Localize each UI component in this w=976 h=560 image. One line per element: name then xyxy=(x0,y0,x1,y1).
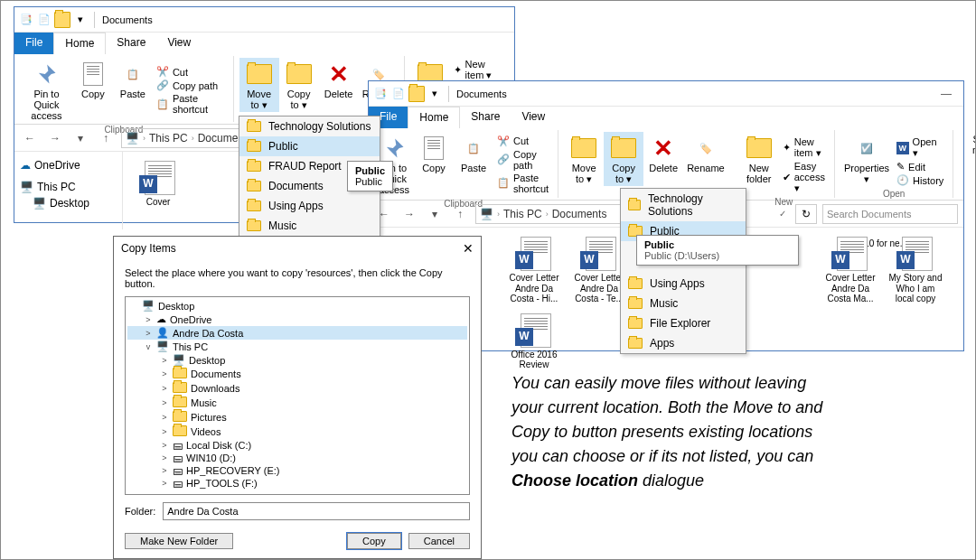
window-title: Documents xyxy=(456,89,507,99)
tree-node[interactable]: >🖴WIN10 (D:) xyxy=(127,452,467,464)
search-input[interactable]: Search Documents xyxy=(822,204,958,224)
overflow-icon[interactable]: ▾ xyxy=(427,86,443,102)
paste-button[interactable]: 📋Paste xyxy=(454,132,493,197)
tree-node[interactable]: >🖴Local Disk (C:) xyxy=(127,439,467,452)
delete-button[interactable]: ✕Delete xyxy=(643,132,683,186)
move-tooltip: Public Public xyxy=(347,161,393,191)
cut-button[interactable]: ✂️Cut xyxy=(153,65,228,79)
tree-node[interactable]: >Pictures xyxy=(127,410,467,425)
tree-node[interactable]: >Music xyxy=(127,396,467,410)
copy-confirm-button[interactable]: Copy xyxy=(347,533,401,549)
copy-path-button[interactable]: 🔗Copy path xyxy=(493,148,552,172)
new-item-button[interactable]: ✦New item ▾ xyxy=(779,135,829,160)
overflow-icon[interactable]: ▾ xyxy=(72,12,89,28)
tab-share[interactable]: Share xyxy=(106,33,156,54)
folder-tree[interactable]: 🖥️Desktop>☁OneDrive>👤Andre Da Costav🖥️Th… xyxy=(125,296,470,495)
new-caption: New xyxy=(774,197,793,207)
recent-button[interactable]: ▾ xyxy=(425,208,445,220)
folder-icon[interactable] xyxy=(54,12,70,28)
folder-input[interactable] xyxy=(163,502,470,520)
copy-dest-music[interactable]: Music xyxy=(621,294,746,313)
cancel-button[interactable]: Cancel xyxy=(408,533,470,549)
nav-thispc[interactable]: 🖥️This PC xyxy=(16,179,120,195)
move-dest-tech[interactable]: Technology Solutions xyxy=(239,117,380,136)
refresh-button[interactable]: ↻ xyxy=(795,204,817,224)
copy-path-button[interactable]: 🔗Copy path xyxy=(153,79,228,92)
tab-view[interactable]: View xyxy=(156,33,202,54)
cut-button[interactable]: ✂️Cut xyxy=(493,135,552,148)
folder-icon[interactable] xyxy=(408,86,425,102)
copy-dest-usingapps[interactable]: Using Apps xyxy=(621,274,746,294)
copy-to-button[interactable]: Copyto ▾ xyxy=(604,132,643,186)
tab-home[interactable]: Home xyxy=(53,33,106,54)
delete-button[interactable]: ✕Delete xyxy=(319,58,359,112)
tree-node[interactable]: >Downloads xyxy=(127,381,467,396)
file-item[interactable]: WCover Letter Andre Da Costa - Hi... xyxy=(504,233,564,304)
pc-icon: 🖥️ xyxy=(480,208,493,220)
make-new-folder-button[interactable]: Make New Folder xyxy=(125,533,233,549)
paste-shortcut-button[interactable]: 📋Paste shortcut xyxy=(153,92,228,116)
tree-node[interactable]: >🖴HP_TOOLS (F:) xyxy=(127,477,467,490)
forward-button[interactable]: → xyxy=(45,132,65,145)
copy-to-button[interactable]: Copyto ▾ xyxy=(279,58,319,112)
copy-dest-tech[interactable]: Technology Solutions xyxy=(621,189,746,221)
move-folder-icon xyxy=(245,60,274,89)
nav-desktop[interactable]: 🖥️Desktop xyxy=(16,195,120,211)
paste-shortcut-button[interactable]: 📋Paste shortcut xyxy=(493,172,552,195)
newfolder-icon[interactable]: 📄 xyxy=(36,12,52,28)
new-item-button[interactable]: ✦New item ▾ xyxy=(450,58,509,82)
select-button[interactable]: Semc xyxy=(959,132,976,157)
open-button[interactable]: WOpen ▾ xyxy=(893,135,947,160)
shortcut-icon: 📋 xyxy=(156,98,169,110)
move-to-button[interactable]: Moveto ▾ xyxy=(564,132,604,186)
rename-button[interactable]: 🏷️Rename xyxy=(683,132,728,186)
up-button[interactable]: ↑ xyxy=(96,132,116,145)
newfolder-icon[interactable]: 📄 xyxy=(390,86,407,102)
window-title: Documents xyxy=(102,14,153,25)
copy-dest-apps[interactable]: Apps xyxy=(621,333,746,353)
recent-button[interactable]: ▾ xyxy=(70,132,90,145)
tree-node[interactable]: >Documents xyxy=(127,367,467,381)
new-folder-button[interactable]: Newfolder xyxy=(739,132,779,195)
move-to-button[interactable]: Moveto ▾ xyxy=(239,58,279,112)
titlebar[interactable]: 📑 📄 ▾ Documents — xyxy=(369,81,963,107)
tab-share[interactable]: Share xyxy=(460,107,511,128)
forward-button[interactable]: → xyxy=(399,208,419,220)
copy-icon xyxy=(79,60,108,89)
copy-tooltip: Public Public (D:\Users) xyxy=(636,235,799,266)
properties-button[interactable]: ☑️Properties ▾ xyxy=(840,132,893,187)
titlebar[interactable]: 📑 📄 ▾ Documents xyxy=(14,7,514,33)
up-button[interactable]: ↑ xyxy=(450,208,470,220)
qat: 📑 📄 ▾ xyxy=(18,12,89,28)
properties-icon[interactable]: 📑 xyxy=(18,12,34,28)
tab-home[interactable]: Home xyxy=(408,107,460,128)
tree-node[interactable]: >👤Andre Da Costa xyxy=(127,326,467,340)
move-dest-usingapps[interactable]: Using Apps xyxy=(239,196,380,216)
nav-onedrive[interactable]: ☁OneDrive xyxy=(16,157,120,173)
file-item[interactable]: WOffice 2016 Review xyxy=(504,310,564,370)
easy-access-button[interactable]: ✔Easy access ▾ xyxy=(779,160,829,195)
tree-node[interactable]: v🖥️This PC xyxy=(127,340,467,353)
back-button[interactable]: ← xyxy=(20,132,40,145)
move-dest-public[interactable]: Public xyxy=(239,136,380,156)
move-dest-music[interactable]: Music xyxy=(239,216,380,236)
dialog-titlebar[interactable]: Copy Items ✕ xyxy=(114,237,481,260)
properties-icon[interactable]: 📑 xyxy=(372,86,389,102)
pin-quick-access-button[interactable]: Pin to Quickaccess xyxy=(20,58,73,123)
copy-button[interactable]: Copy xyxy=(73,58,113,123)
tab-file[interactable]: File xyxy=(14,33,53,54)
tree-node[interactable]: >☁OneDrive xyxy=(127,313,467,326)
file-item[interactable]: W Cover xyxy=(128,157,188,208)
tree-node[interactable]: >Videos xyxy=(127,425,467,439)
edit-button[interactable]: ✎Edit xyxy=(893,160,947,173)
paste-button[interactable]: 📋Paste xyxy=(113,58,153,123)
minimize-button[interactable]: — xyxy=(933,88,960,100)
tree-node[interactable]: 🖥️Desktop xyxy=(127,299,467,313)
copy-dest-fileexplorer[interactable]: File Explorer xyxy=(621,313,746,333)
tree-node[interactable]: >🖴HP_RECOVERY (E:) xyxy=(127,464,467,477)
history-button[interactable]: 🕘History xyxy=(893,173,947,187)
tree-node[interactable]: >🖥️Desktop xyxy=(127,353,467,367)
close-button[interactable]: ✕ xyxy=(463,241,474,256)
tab-view[interactable]: View xyxy=(511,107,556,128)
copy-button[interactable]: Copy xyxy=(414,132,454,197)
